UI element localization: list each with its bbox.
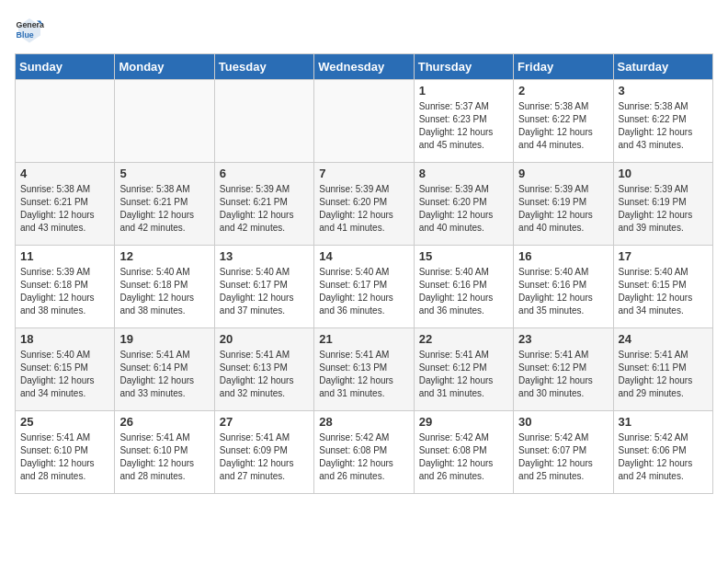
calendar-cell: 11Sunrise: 5:39 AM Sunset: 6:18 PM Dayli… (16, 246, 115, 328)
day-number: 11 (20, 249, 109, 263)
calendar-cell: 14Sunrise: 5:40 AM Sunset: 6:17 PM Dayli… (314, 246, 414, 328)
calendar-cell: 26Sunrise: 5:41 AM Sunset: 6:10 PM Dayli… (115, 411, 214, 494)
calendar-table: SundayMondayTuesdayWednesdayThursdayFrid… (15, 53, 713, 494)
day-info: Sunrise: 5:40 AM Sunset: 6:16 PM Dayligh… (419, 266, 508, 317)
calendar-cell: 5Sunrise: 5:38 AM Sunset: 6:21 PM Daylig… (115, 163, 214, 246)
weekday-header-sunday: Sunday (16, 54, 115, 80)
day-info: Sunrise: 5:40 AM Sunset: 6:16 PM Dayligh… (518, 266, 608, 317)
day-info: Sunrise: 5:39 AM Sunset: 6:19 PM Dayligh… (518, 183, 608, 235)
day-number: 29 (419, 415, 508, 429)
day-number: 26 (119, 415, 209, 429)
day-number: 1 (419, 84, 508, 98)
weekday-header-wednesday: Wednesday (314, 54, 414, 80)
day-number: 23 (518, 332, 608, 346)
calendar-cell: 8Sunrise: 5:39 AM Sunset: 6:20 PM Daylig… (414, 163, 513, 246)
calendar-cell: 6Sunrise: 5:39 AM Sunset: 6:21 PM Daylig… (214, 163, 313, 246)
day-number: 9 (518, 167, 608, 180)
calendar-cell (16, 80, 115, 163)
day-number: 10 (619, 167, 708, 180)
weekday-header-saturday: Saturday (613, 54, 712, 80)
day-number: 31 (619, 415, 708, 429)
calendar-cell: 4Sunrise: 5:38 AM Sunset: 6:21 PM Daylig… (16, 163, 115, 246)
calendar-cell: 21Sunrise: 5:41 AM Sunset: 6:13 PM Dayli… (314, 328, 414, 411)
weekday-header-friday: Friday (514, 54, 613, 80)
header: General Blue (15, 15, 713, 44)
calendar-cell: 30Sunrise: 5:42 AM Sunset: 6:07 PM Dayli… (514, 411, 613, 494)
calendar-cell (115, 80, 214, 163)
day-info: Sunrise: 5:37 AM Sunset: 6:23 PM Dayligh… (419, 100, 508, 152)
day-info: Sunrise: 5:41 AM Sunset: 6:12 PM Dayligh… (518, 349, 608, 400)
day-info: Sunrise: 5:39 AM Sunset: 6:18 PM Dayligh… (20, 266, 109, 317)
day-info: Sunrise: 5:40 AM Sunset: 6:15 PM Dayligh… (20, 349, 109, 400)
day-info: Sunrise: 5:41 AM Sunset: 6:13 PM Dayligh… (319, 349, 408, 400)
logo: General Blue (15, 15, 48, 44)
weekday-header-row: SundayMondayTuesdayWednesdayThursdayFrid… (16, 54, 713, 80)
svg-text:Blue: Blue (17, 30, 34, 40)
day-number: 20 (220, 332, 309, 346)
day-info: Sunrise: 5:41 AM Sunset: 6:13 PM Dayligh… (220, 349, 309, 400)
calendar-week-row: 18Sunrise: 5:40 AM Sunset: 6:15 PM Dayli… (16, 328, 713, 411)
day-number: 21 (319, 332, 408, 346)
day-number: 19 (119, 332, 209, 346)
day-number: 4 (20, 167, 109, 180)
day-info: Sunrise: 5:40 AM Sunset: 6:17 PM Dayligh… (319, 266, 408, 317)
day-info: Sunrise: 5:38 AM Sunset: 6:21 PM Dayligh… (20, 183, 109, 235)
calendar-cell: 12Sunrise: 5:40 AM Sunset: 6:18 PM Dayli… (115, 246, 214, 328)
day-info: Sunrise: 5:38 AM Sunset: 6:22 PM Dayligh… (518, 100, 608, 152)
day-number: 14 (319, 249, 408, 263)
day-number: 6 (220, 167, 309, 180)
day-number: 24 (619, 332, 708, 346)
day-info: Sunrise: 5:41 AM Sunset: 6:09 PM Dayligh… (220, 431, 309, 483)
calendar-week-row: 25Sunrise: 5:41 AM Sunset: 6:10 PM Dayli… (16, 411, 713, 494)
calendar-cell: 20Sunrise: 5:41 AM Sunset: 6:13 PM Dayli… (214, 328, 313, 411)
calendar-cell: 22Sunrise: 5:41 AM Sunset: 6:12 PM Dayli… (414, 328, 513, 411)
weekday-header-thursday: Thursday (414, 54, 513, 80)
calendar-cell: 29Sunrise: 5:42 AM Sunset: 6:08 PM Dayli… (414, 411, 513, 494)
calendar-cell: 3Sunrise: 5:38 AM Sunset: 6:22 PM Daylig… (613, 80, 712, 163)
calendar-cell: 7Sunrise: 5:39 AM Sunset: 6:20 PM Daylig… (314, 163, 414, 246)
day-number: 7 (319, 167, 408, 180)
calendar-cell: 24Sunrise: 5:41 AM Sunset: 6:11 PM Dayli… (613, 328, 712, 411)
day-number: 22 (419, 332, 508, 346)
day-number: 3 (619, 84, 708, 98)
calendar-cell: 2Sunrise: 5:38 AM Sunset: 6:22 PM Daylig… (514, 80, 613, 163)
day-info: Sunrise: 5:39 AM Sunset: 6:20 PM Dayligh… (319, 183, 408, 235)
day-info: Sunrise: 5:42 AM Sunset: 6:07 PM Dayligh… (518, 431, 608, 483)
weekday-header-tuesday: Tuesday (214, 54, 313, 80)
calendar-cell: 15Sunrise: 5:40 AM Sunset: 6:16 PM Dayli… (414, 246, 513, 328)
day-number: 5 (119, 167, 209, 180)
day-number: 30 (518, 415, 608, 429)
day-number: 8 (419, 167, 508, 180)
day-number: 15 (419, 249, 508, 263)
calendar-cell (214, 80, 313, 163)
day-info: Sunrise: 5:39 AM Sunset: 6:19 PM Dayligh… (619, 183, 708, 235)
calendar-cell: 16Sunrise: 5:40 AM Sunset: 6:16 PM Dayli… (514, 246, 613, 328)
calendar-cell: 13Sunrise: 5:40 AM Sunset: 6:17 PM Dayli… (214, 246, 313, 328)
calendar-cell: 1Sunrise: 5:37 AM Sunset: 6:23 PM Daylig… (414, 80, 513, 163)
weekday-header-monday: Monday (115, 54, 214, 80)
day-number: 17 (619, 249, 708, 263)
day-info: Sunrise: 5:40 AM Sunset: 6:15 PM Dayligh… (619, 266, 708, 317)
calendar-week-row: 4Sunrise: 5:38 AM Sunset: 6:21 PM Daylig… (16, 163, 713, 246)
day-number: 18 (20, 332, 109, 346)
calendar-cell: 19Sunrise: 5:41 AM Sunset: 6:14 PM Dayli… (115, 328, 214, 411)
day-info: Sunrise: 5:40 AM Sunset: 6:17 PM Dayligh… (220, 266, 309, 317)
day-info: Sunrise: 5:41 AM Sunset: 6:10 PM Dayligh… (119, 431, 209, 483)
day-info: Sunrise: 5:41 AM Sunset: 6:10 PM Dayligh… (20, 431, 109, 483)
calendar-week-row: 1Sunrise: 5:37 AM Sunset: 6:23 PM Daylig… (16, 80, 713, 163)
day-info: Sunrise: 5:41 AM Sunset: 6:12 PM Dayligh… (419, 349, 508, 400)
calendar-cell: 17Sunrise: 5:40 AM Sunset: 6:15 PM Dayli… (613, 246, 712, 328)
day-info: Sunrise: 5:38 AM Sunset: 6:22 PM Dayligh… (619, 100, 708, 152)
calendar-cell: 25Sunrise: 5:41 AM Sunset: 6:10 PM Dayli… (16, 411, 115, 494)
logo-icon: General Blue (15, 15, 44, 44)
day-info: Sunrise: 5:41 AM Sunset: 6:11 PM Dayligh… (619, 349, 708, 400)
calendar-cell (314, 80, 414, 163)
day-number: 2 (518, 84, 608, 98)
calendar-cell: 31Sunrise: 5:42 AM Sunset: 6:06 PM Dayli… (613, 411, 712, 494)
day-info: Sunrise: 5:40 AM Sunset: 6:18 PM Dayligh… (119, 266, 209, 317)
day-number: 27 (220, 415, 309, 429)
day-info: Sunrise: 5:38 AM Sunset: 6:21 PM Dayligh… (119, 183, 209, 235)
day-info: Sunrise: 5:42 AM Sunset: 6:08 PM Dayligh… (319, 431, 408, 483)
day-number: 13 (220, 249, 309, 263)
calendar-cell: 28Sunrise: 5:42 AM Sunset: 6:08 PM Dayli… (314, 411, 414, 494)
